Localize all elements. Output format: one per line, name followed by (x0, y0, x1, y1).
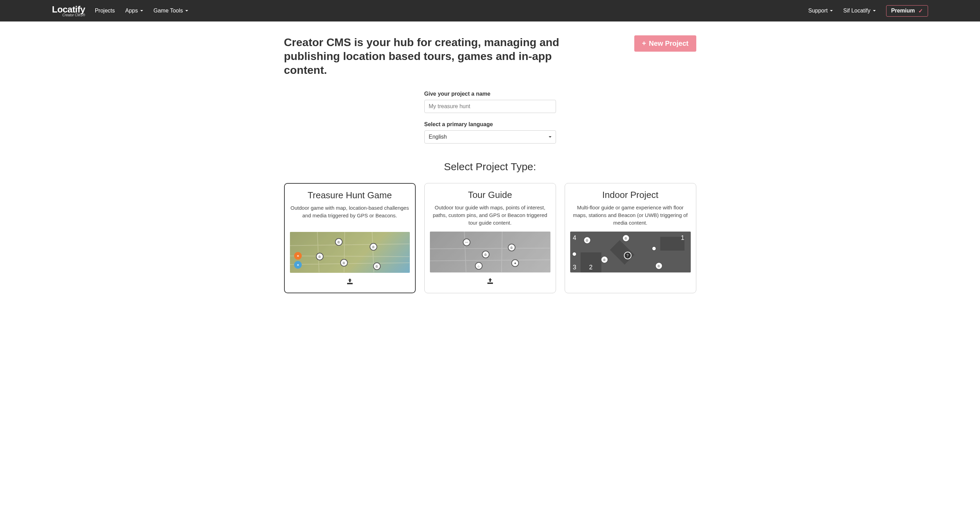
map-pin-icon: ♔ (370, 243, 377, 250)
map-pin-icon: ♔ (508, 244, 515, 251)
hero-section: Creator CMS is your hub for creating, ma… (284, 35, 696, 77)
project-name-input[interactable] (424, 100, 556, 113)
project-type-title: Select Project Type: (284, 161, 696, 172)
nav-right: Support Sif Locatify Premium ✓ (808, 5, 928, 17)
player-pin-icon: ✦ (294, 252, 302, 260)
upload-icon[interactable] (290, 278, 410, 286)
caret-down-icon (549, 136, 552, 138)
map-pin-icon: ♔ (583, 236, 591, 244)
upload-icon[interactable] (430, 278, 550, 286)
card-description: Outdoor tour guide with maps, points of … (430, 204, 550, 227)
map-roads-icon (430, 231, 550, 272)
map-roads-icon (290, 232, 410, 273)
map-pin-icon: 〰 (463, 239, 471, 246)
caret-down-icon (140, 10, 143, 11)
card-preview-image: 〰 ♔ ♔ ⌂ ✦ (430, 231, 550, 273)
language-select[interactable]: English (424, 130, 556, 144)
premium-badge[interactable]: Premium ✓ (886, 5, 928, 17)
nav-left: Projects Apps Game Tools (95, 8, 188, 14)
caret-down-icon (873, 10, 876, 11)
map-pin-icon: ♔ (335, 238, 343, 246)
page-title: Creator CMS is your hub for creating, ma… (284, 35, 579, 77)
nav-projects[interactable]: Projects (95, 8, 115, 14)
map-pin-icon: ⌂ (475, 262, 482, 270)
dot-icon (652, 246, 657, 251)
new-project-button[interactable]: + New Project (634, 35, 696, 52)
caret-down-icon (185, 10, 188, 11)
card-title: Treasure Hunt Game (290, 190, 410, 201)
map-pin-icon: ♔ (340, 259, 348, 266)
card-preview-image: ♔ ♔ ♔ ♔ ♔ ✦ ✦ (290, 232, 410, 273)
nav-game-tools[interactable]: Game Tools (153, 8, 188, 14)
card-title: Indoor Project (570, 190, 691, 200)
card-title: Tour Guide (430, 190, 550, 200)
nav-support[interactable]: Support (808, 8, 833, 14)
language-label: Select a primary language (424, 121, 556, 128)
nav-apps[interactable]: Apps (125, 8, 143, 14)
player-pin-icon: ✦ (294, 261, 302, 269)
dot-icon (572, 252, 577, 257)
card-description: Outdoor game with map, location-based ch… (290, 204, 410, 227)
card-tour-guide[interactable]: Tour Guide Outdoor tour guide with maps,… (424, 183, 556, 293)
navbar: Locatify Creator CMS® Projects Apps Game… (0, 0, 980, 21)
map-pin-icon: ♔ (655, 262, 663, 270)
card-treasure-hunt[interactable]: Treasure Hunt Game Outdoor game with map… (284, 183, 416, 293)
card-indoor-project[interactable]: Indoor Project Multi-floor guide or game… (565, 183, 696, 293)
brand-logo[interactable]: Locatify Creator CMS® (52, 5, 85, 17)
main-container: Creator CMS is your hub for creating, ma… (279, 21, 702, 293)
map-pin-icon: ♔ (373, 262, 381, 270)
check-icon: ✓ (918, 8, 923, 14)
map-pin-icon: ♔ (482, 250, 490, 258)
card-preview-image: 4 1 2 3 ♔ ♔ ♔ ♔ ? (570, 231, 691, 273)
name-label: Give your project a name (424, 91, 556, 97)
caret-down-icon (830, 10, 833, 11)
project-type-cards: Treasure Hunt Game Outdoor game with map… (284, 183, 696, 293)
brand-title: Locatify (52, 5, 85, 14)
map-pin-icon: ✦ (511, 259, 519, 267)
map-pin-icon: ♔ (601, 256, 608, 263)
plus-icon: + (642, 40, 646, 48)
nav-user[interactable]: Sif Locatify (843, 8, 875, 14)
card-description: Multi-floor guide or game experience wit… (570, 204, 691, 227)
project-form: Give your project a name Select a primar… (424, 91, 556, 144)
brand-subtitle: Creator CMS® (52, 13, 85, 17)
map-pin-icon: ♔ (316, 253, 323, 260)
map-pin-icon: ♔ (622, 234, 630, 242)
